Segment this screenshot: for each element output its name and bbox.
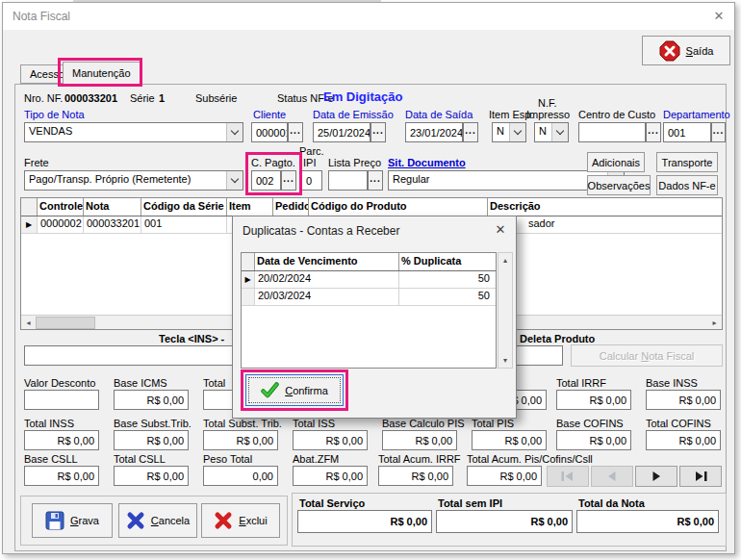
total-partial-label: Total	[203, 377, 225, 389]
c-pagto-field[interactable]: 002	[251, 170, 281, 191]
peso-total-field[interactable]: 0,00	[203, 466, 278, 486]
nav-last-icon	[693, 471, 708, 482]
total-cofins-field[interactable]: R$ 0,00	[646, 430, 721, 450]
abat-zfm-field[interactable]: R$ 0,00	[293, 466, 368, 486]
total-iss-field[interactable]: R$ 0,00	[293, 430, 368, 450]
save-floppy-icon	[45, 511, 64, 530]
cliente-label: Cliente	[253, 109, 286, 120]
cancela-label: Cancela	[151, 515, 190, 526]
departamento-field[interactable]: 001	[663, 122, 711, 142]
data-emissao-browse-button[interactable]: ...	[370, 122, 386, 142]
frete-select[interactable]: Pago/Transp. Próprio (Remetente)	[24, 170, 243, 191]
total-inss-label: Total INSS	[24, 418, 74, 429]
acum-irrf-field[interactable]: R$ 0,00	[378, 466, 453, 486]
lista-preco-field[interactable]	[328, 170, 368, 191]
dados-nfe-button[interactable]: Dados NF-e	[656, 175, 718, 195]
c-pagto-label: C. Pagto.	[251, 157, 295, 168]
scroll-down-icon[interactable]: ▾	[498, 353, 512, 368]
total-servico-label: Total Serviço	[299, 497, 365, 509]
screen: Nota Fiscal ✕ Saída Acesso Manutenção Nr…	[0, 0, 741, 560]
scroll-right-icon[interactable]: ▸	[707, 316, 722, 329]
cliente-browse-button[interactable]: ...	[288, 122, 303, 142]
exit-button[interactable]: Saída	[642, 36, 730, 65]
base-pis-label: Base Calculo PIS	[382, 418, 465, 429]
acum-pcc-field[interactable]: R$ 0,00	[467, 466, 542, 486]
centro-custo-browse-button[interactable]: ...	[646, 122, 661, 142]
parc-ipi-field[interactable]: 0	[301, 170, 322, 191]
transporte-button[interactable]: Transporte	[656, 152, 718, 172]
base-cofins-field[interactable]: R$ 0,00	[556, 430, 631, 450]
scroll-up-icon[interactable]: ▴	[498, 253, 512, 267]
confirma-button[interactable]: Confirma	[245, 374, 344, 406]
parc-ipi-label-2: IPI	[303, 157, 316, 168]
serie-label: Série	[130, 92, 155, 104]
total-servico-field: R$ 0,00	[297, 510, 432, 533]
total-pis-field[interactable]: R$ 0,00	[472, 430, 547, 450]
grava-button[interactable]: Grava	[32, 503, 113, 538]
data-saida-browse-button[interactable]: ...	[463, 122, 478, 142]
data-emissao-label: Data de Emissão	[313, 109, 394, 120]
scroll-left-icon[interactable]: ◂	[21, 316, 36, 329]
nf-impresso-select[interactable]: N	[534, 122, 569, 142]
nav-last-button[interactable]	[679, 466, 722, 487]
total-csll-field[interactable]: R$ 0,00	[114, 466, 189, 486]
nav-first-button[interactable]	[547, 466, 589, 487]
hint-deleta-fragment: Deleta Produto	[520, 333, 595, 344]
data-saida-field[interactable]: 23/01/2024	[405, 122, 463, 142]
sit-documento-link[interactable]: Sit. Documento	[388, 157, 466, 168]
confirm-check-icon	[261, 382, 279, 398]
base-subst-field[interactable]: R$ 0,00	[114, 430, 189, 450]
duplicatas-dialog: Duplicatas - Contas a Receber ✕ Data de …	[232, 216, 517, 419]
lista-preco-browse-button[interactable]: ...	[368, 170, 383, 191]
base-subst-label: Base Subst.Trib.	[114, 418, 192, 429]
base-icms-field[interactable]: R$ 0,00	[114, 390, 189, 410]
departamento-label: Departamento	[663, 109, 730, 120]
total-subst-field[interactable]: R$ 0,00	[203, 430, 278, 450]
total-inss-field[interactable]: R$ 0,00	[24, 430, 99, 450]
chevron-down-icon	[226, 123, 243, 141]
dialog-close-icon[interactable]: ✕	[489, 220, 512, 240]
nav-prev-button[interactable]	[591, 466, 633, 487]
data-emissao-field[interactable]: 25/01/2024	[313, 122, 370, 142]
base-csll-field[interactable]: R$ 0,00	[24, 466, 99, 486]
tab-manutencao[interactable]: Manutenção	[63, 62, 141, 85]
window-close-icon[interactable]: ✕	[707, 7, 730, 26]
products-grid-header: Controle Nota Código da Série Item Pedid…	[21, 198, 722, 216]
exit-stop-icon	[659, 40, 680, 62]
nro-nf-value: 000033201	[64, 92, 117, 104]
exclui-button[interactable]: Exclui	[201, 503, 280, 538]
grava-label: Grava	[70, 515, 99, 526]
departamento-browse-button[interactable]: ...	[711, 122, 726, 142]
base-pis-field[interactable]: R$ 0,00	[382, 430, 457, 450]
item-esp-select[interactable]: N	[492, 122, 526, 142]
serie-value: 1	[159, 92, 165, 104]
cancela-button[interactable]: Cancela	[118, 503, 197, 538]
c-pagto-browse-button[interactable]: ...	[281, 170, 296, 191]
adicionais-button[interactable]: Adicionais	[587, 152, 645, 172]
valor-desconto-field[interactable]	[24, 390, 99, 410]
total-cofins-label: Total COFINS	[646, 418, 711, 429]
tipo-nota-select[interactable]: VENDAS	[24, 122, 243, 142]
cliente-field[interactable]: 000001	[251, 122, 288, 142]
nota-fiscal-window: Nota Fiscal ✕ Saída Acesso Manutenção Nr…	[2, 2, 735, 554]
chevron-down-icon	[551, 123, 568, 141]
nav-next-button[interactable]	[635, 466, 677, 487]
chevron-down-icon	[509, 123, 525, 141]
scrollbar-thumb[interactable]	[36, 317, 95, 329]
base-inss-field[interactable]: R$ 0,00	[646, 390, 721, 410]
duplicata-row[interactable]: 20/03/2024 50	[242, 289, 496, 306]
peso-total-label: Peso Total	[203, 453, 252, 465]
status-nfe-value: Em Digitação	[323, 89, 402, 104]
delete-x-icon	[214, 511, 233, 530]
abat-zfm-label: Abat.ZFM	[293, 453, 339, 465]
centro-custo-field[interactable]	[578, 122, 646, 142]
duplicata-row[interactable]: ▶ 20/02/2024 50	[242, 271, 496, 289]
observacoes-button[interactable]: Observações	[587, 175, 651, 195]
total-csll-label: Total CSLL	[114, 453, 166, 465]
data-saida-label: Data de Saída	[405, 109, 473, 120]
window-title: Nota Fiscal	[13, 10, 70, 23]
calcular-nota-fiscal-button[interactable]: Calcular Nota Fiscal	[571, 344, 723, 367]
acum-irrf-label: Total Acum. IRRF	[378, 453, 461, 465]
total-irrf-field[interactable]: R$ 0,00	[556, 390, 631, 410]
duplicatas-scrollbar[interactable]: ▴ ▾	[498, 252, 513, 369]
